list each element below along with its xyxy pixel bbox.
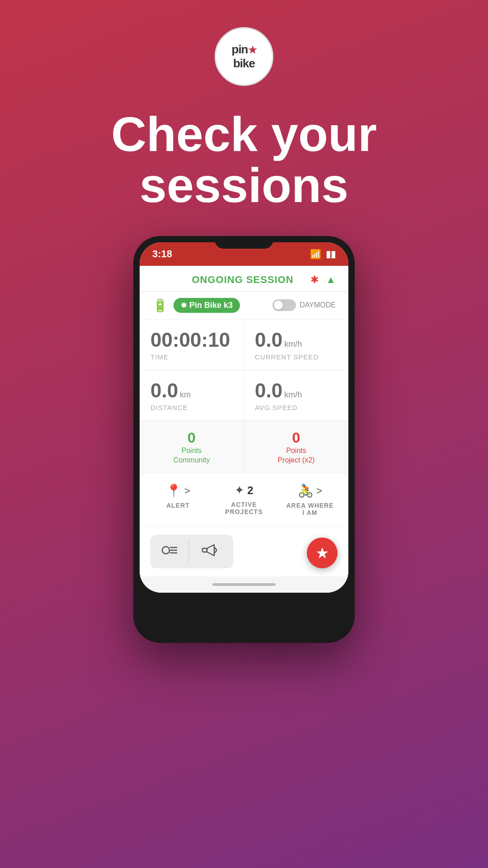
current-speed-label: CURRENT SPEED xyxy=(255,353,338,361)
points-community-cell: 0 PointsCommunity xyxy=(140,421,244,473)
device-row: 🔋 ✱ Pin Bike k3 DAYMODE xyxy=(140,292,348,320)
app-logo: pin★ bike xyxy=(215,27,273,86)
horn-icon xyxy=(202,544,221,557)
alert-label: ALERT xyxy=(166,502,190,509)
session-title: ONGOING SESSION xyxy=(175,274,310,286)
home-indicator xyxy=(140,576,348,593)
horn-button[interactable] xyxy=(189,539,233,564)
headlight-button[interactable] xyxy=(150,539,189,564)
stat-avg-speed: 0.0 km/h AVG.SPEED xyxy=(244,370,348,421)
status-time: 3:18 xyxy=(152,248,172,260)
current-speed-value: 0.0 km/h xyxy=(255,329,338,351)
control-group[interactable] xyxy=(150,535,233,568)
ble-badge[interactable]: ✱ Pin Bike k3 xyxy=(174,298,240,313)
stats-grid: 00:00:10 TIME 0.0 km/h CURRENT SPEED 0.0 xyxy=(140,320,348,421)
status-icons: 📶 ▮▮ xyxy=(310,249,336,259)
logo-text: pin★ bike xyxy=(232,42,257,71)
stat-current-speed: 0.0 km/h CURRENT SPEED xyxy=(244,320,348,370)
fab-star-icon: ★ xyxy=(315,544,329,562)
points-row: 0 PointsCommunity 0 PointsProject (x2) xyxy=(140,421,348,474)
stat-time: 00:00:10 TIME xyxy=(140,320,244,370)
phone-mockup: 3:18 📶 ▮▮ ONGOING SESSION ✱ ▲ 🔋 xyxy=(133,236,355,643)
avg-speed-value: 0.0 km/h xyxy=(255,379,338,402)
daymode-toggle[interactable]: DAYMODE xyxy=(272,299,336,311)
action-row: 📍 > ALERT ✦ 2 ACTIVEPROJECTS 🚴 xyxy=(140,473,348,527)
ble-device-name: Pin Bike k3 xyxy=(189,301,233,310)
bluetooth-icon: ✱ xyxy=(310,274,319,286)
points-community-label: PointsCommunity xyxy=(150,446,233,465)
phone-notch xyxy=(215,236,273,249)
action-active-projects[interactable]: ✦ 2 ACTIVEPROJECTS xyxy=(211,483,277,516)
time-label: TIME xyxy=(150,353,233,361)
svg-point-0 xyxy=(162,547,169,554)
fab-button[interactable]: ★ xyxy=(307,538,338,568)
points-project-label: PointsProject (x2) xyxy=(255,446,338,465)
alert-pin-icon: 📍 xyxy=(166,483,182,498)
projects-star-icon: ✦ xyxy=(235,483,244,497)
location-nav-icon: ▲ xyxy=(326,274,336,286)
projects-count: 2 xyxy=(247,484,253,497)
area-icon-row: 🚴 > xyxy=(298,483,322,498)
ble-icon: ✱ xyxy=(181,301,187,310)
app-content: ONGOING SESSION ✱ ▲ 🔋 ✱ Pin Bike k3 xyxy=(140,266,348,593)
points-project-value: 0 xyxy=(255,429,338,446)
points-community-value: 0 xyxy=(150,429,233,446)
avg-speed-label: AVG.SPEED xyxy=(255,404,338,411)
device-left: 🔋 ✱ Pin Bike k3 xyxy=(152,298,240,313)
toggle-pill[interactable] xyxy=(272,299,296,311)
phone-screen: 3:18 📶 ▮▮ ONGOING SESSION ✱ ▲ 🔋 xyxy=(140,242,348,593)
stat-distance: 0.0 km DISTANCE xyxy=(140,370,244,421)
alert-icon-row: 📍 > xyxy=(166,483,190,498)
points-project-cell: 0 PointsProject (x2) xyxy=(244,421,348,473)
action-area[interactable]: 🚴 > AREA WHEREI AM xyxy=(277,483,343,516)
home-bar xyxy=(212,583,276,586)
projects-label: ACTIVEPROJECTS xyxy=(225,501,263,515)
bottom-controls: ★ xyxy=(140,527,348,576)
daymode-label: DAYMODE xyxy=(300,301,336,309)
area-label: AREA WHEREI AM xyxy=(286,502,333,516)
distance-value: 0.0 km xyxy=(150,379,233,402)
projects-icon-row: ✦ 2 xyxy=(235,483,253,497)
area-run-icon: 🚴 xyxy=(298,483,314,498)
wifi-icon: 📶 xyxy=(310,249,321,259)
header-icons: ✱ ▲ xyxy=(310,274,336,286)
svg-rect-4 xyxy=(202,548,207,552)
toggle-knob xyxy=(274,301,283,310)
alert-arrow-icon: > xyxy=(184,485,190,497)
app-header: ONGOING SESSION ✱ ▲ xyxy=(140,266,348,292)
distance-label: DISTANCE xyxy=(150,404,233,411)
action-alert[interactable]: 📍 > ALERT xyxy=(145,483,211,516)
headlight-icon xyxy=(161,544,178,557)
battery-status-icon: ▮▮ xyxy=(326,249,336,259)
area-arrow-icon: > xyxy=(316,485,322,497)
time-value: 00:00:10 xyxy=(150,329,233,351)
headline: Check your sessions xyxy=(84,108,404,211)
device-battery-icon: 🔋 xyxy=(152,298,168,313)
